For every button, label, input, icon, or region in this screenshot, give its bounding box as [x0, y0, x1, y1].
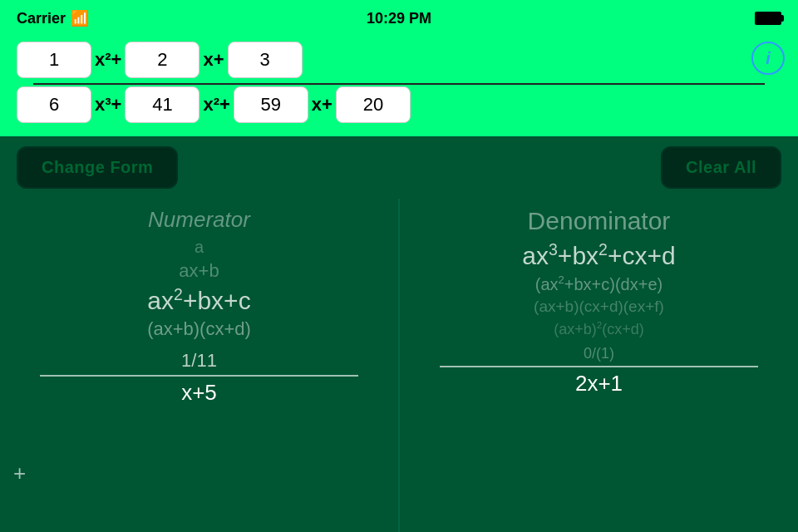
numerator-fraction: 1/11 x+5: [40, 350, 358, 406]
den-coeff-4[interactable]: [336, 86, 411, 123]
button-row: Change Form Clear All: [0, 136, 798, 199]
battery-indicator: [755, 12, 781, 25]
form-a[interactable]: a: [195, 238, 204, 257]
den-coeff-1[interactable]: [17, 86, 91, 123]
denominator-panel: Denominator ax3+bx2+cx+d (ax2+bx+c)(dx+e…: [400, 199, 798, 532]
denominator-fraction: 0/(1) 2x+1: [440, 345, 758, 397]
info-icon-label: i: [766, 49, 771, 68]
clear-all-button[interactable]: Clear All: [661, 146, 781, 189]
carrier-text: Carrier: [17, 10, 66, 27]
denom-form-ax3[interactable]: ax3+bx2+cx+d: [522, 240, 675, 270]
numerator-row: x²+ x+: [17, 42, 781, 78]
num-fraction-top: 1/11: [181, 350, 217, 373]
denominator-row: x³+ x²+ x+: [17, 86, 781, 123]
den-coeff-3[interactable]: [234, 86, 308, 123]
den-op-3: x+: [308, 94, 336, 116]
battery-icon: [755, 12, 781, 25]
plus-sign: +: [13, 461, 26, 486]
num-coeff-2[interactable]: [125, 42, 200, 78]
input-area: x²+ x+ x³+ x²+ x+: [0, 37, 798, 136]
num-fraction-bottom: x+5: [181, 378, 217, 406]
num-op-1: x²+: [91, 49, 125, 71]
denom-form-squared[interactable]: (ax+b)2(cx+d): [554, 319, 644, 338]
denom-form-triple[interactable]: (ax+b)(cx+d)(ex+f): [534, 298, 664, 316]
form-axbcxd[interactable]: (ax+b)(cx+d): [147, 318, 251, 340]
den-op-1: x³+: [91, 94, 125, 116]
panels-container: Numerator a ax+b ax2+bx+c (ax+b)(cx+d) 1…: [0, 199, 798, 532]
status-bar: Carrier 📶 10:29 PM: [0, 0, 798, 37]
numerator-panel: Numerator a ax+b ax2+bx+c (ax+b)(cx+d) 1…: [0, 199, 400, 532]
denominator-label: Denominator: [528, 207, 671, 235]
num-coeff-3[interactable]: [228, 42, 303, 78]
carrier-label: Carrier 📶: [17, 9, 89, 27]
denom-form-ax2bxc-dxe[interactable]: (ax2+bx+c)(dx+e): [535, 273, 663, 294]
denom-fraction-divider: [440, 366, 758, 367]
status-time: 10:29 PM: [367, 10, 431, 27]
form-ax2bxc[interactable]: ax2+bx+c: [147, 285, 250, 315]
num-op-2: x+: [200, 49, 227, 71]
num-coeff-1[interactable]: [17, 42, 91, 78]
info-button[interactable]: i: [751, 42, 785, 75]
den-op-2: x²+: [200, 94, 233, 116]
denom-fraction-top: 0/(1): [584, 345, 614, 364]
fraction-divider: [40, 375, 358, 377]
main-content: Change Form Clear All Numerator a ax+b a…: [0, 136, 798, 532]
fraction-line: [33, 83, 765, 85]
form-axb[interactable]: ax+b: [179, 260, 219, 282]
change-form-button[interactable]: Change Form: [17, 146, 178, 189]
wifi-icon: 📶: [71, 9, 89, 27]
numerator-label: Numerator: [148, 207, 250, 233]
den-coeff-2[interactable]: [125, 86, 200, 123]
denom-fraction-bottom: 2x+1: [575, 369, 623, 397]
